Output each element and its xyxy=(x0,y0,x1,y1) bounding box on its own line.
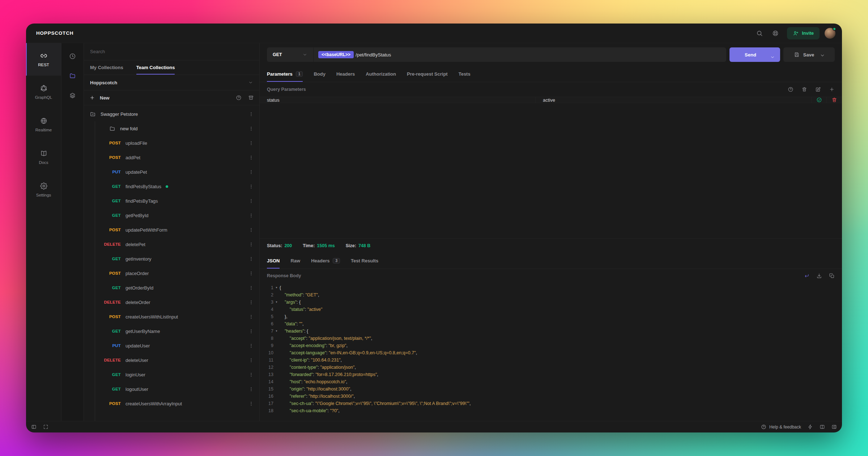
nav-item-settings[interactable]: Settings xyxy=(26,173,61,206)
request-item[interactable]: GETgetPetById xyxy=(84,208,259,223)
save-button[interactable]: Save xyxy=(783,47,835,62)
request-item[interactable]: POSTupdatePetWithForm xyxy=(84,223,259,237)
more-options-button[interactable] xyxy=(248,285,254,291)
request-item[interactable]: GETlogoutUser xyxy=(84,382,259,396)
request-tab-pre-request-script[interactable]: Pre-request Script xyxy=(407,66,448,82)
shortcuts-button[interactable] xyxy=(808,424,813,430)
request-tab-headers[interactable]: Headers xyxy=(336,66,355,82)
response-tab-raw[interactable]: Raw xyxy=(290,253,300,269)
request-item[interactable]: GETfindPetsByStatus xyxy=(84,179,259,194)
gear-icon xyxy=(40,182,47,190)
request-tab-authorization[interactable]: Authorization xyxy=(366,66,396,82)
code-line: 2"method": "GET", xyxy=(265,291,842,299)
search-button[interactable] xyxy=(753,27,766,39)
nav-item-graphql[interactable]: GraphQL xyxy=(26,76,61,108)
avatar[interactable] xyxy=(825,28,835,39)
more-options-button[interactable] xyxy=(248,198,254,204)
more-options-button[interactable] xyxy=(248,300,254,305)
request-item[interactable]: POSTaddPet xyxy=(84,150,259,165)
request-item[interactable]: GETgetOrderById xyxy=(84,280,259,295)
help-feedback-button[interactable]: Help & feedback xyxy=(761,424,801,430)
method-select[interactable]: GET xyxy=(267,47,313,62)
team-selector[interactable]: Hoppscotch xyxy=(84,75,259,90)
more-options-button[interactable] xyxy=(248,343,254,349)
request-item[interactable]: GETloginUser xyxy=(84,367,259,382)
params-help-button[interactable] xyxy=(788,86,793,92)
copy-response-button[interactable] xyxy=(829,273,835,279)
param-value-input[interactable]: active xyxy=(536,97,812,103)
vertical-layout-button[interactable] xyxy=(820,424,825,430)
response-tab-json[interactable]: JSON xyxy=(267,253,280,269)
search-input[interactable] xyxy=(90,49,253,54)
nav-item-docs[interactable]: Docs xyxy=(26,141,61,173)
request-tab-tests[interactable]: Tests xyxy=(459,66,471,82)
more-options-button[interactable] xyxy=(248,401,254,406)
more-options-button[interactable] xyxy=(248,358,254,363)
request-item[interactable]: DELETEdeleteUser xyxy=(84,353,259,367)
collection-subfolder[interactable]: new fold xyxy=(84,121,259,136)
support-button[interactable] xyxy=(769,27,782,39)
more-options-button[interactable] xyxy=(248,256,254,262)
request-item[interactable]: POSTcreateUsersWithArrayInput xyxy=(84,396,259,411)
request-item[interactable]: GETgetUserByName xyxy=(84,324,259,338)
code-line: 11"client-ip": "100.64.0.231", xyxy=(265,356,842,364)
param-key-input[interactable]: status xyxy=(260,97,536,103)
more-options-button[interactable] xyxy=(248,314,254,320)
more-options-button[interactable] xyxy=(248,213,254,218)
app-window: HOPPSCOTCH Invite RESTGraphQLRealtimeDoc… xyxy=(26,24,842,432)
more-options-button[interactable] xyxy=(248,242,254,247)
request-item[interactable]: POSTplaceOrder xyxy=(84,266,259,280)
params-bulk-edit-button[interactable] xyxy=(815,86,821,92)
request-item[interactable]: PUTupdateUser xyxy=(84,338,259,353)
param-delete-button[interactable] xyxy=(827,97,842,103)
request-item[interactable]: POSTcreateUsersWithListInput xyxy=(84,309,259,324)
expand-window-button[interactable] xyxy=(43,424,48,430)
collections-tab-team-collections[interactable]: Team Collections xyxy=(136,60,175,75)
request-item[interactable]: PUTupdatePet xyxy=(84,165,259,179)
request-name: updateUser xyxy=(125,343,150,349)
collections-help-button[interactable] xyxy=(236,95,242,101)
more-options-button[interactable] xyxy=(248,329,254,334)
more-options-button[interactable] xyxy=(248,372,254,377)
params-add-button[interactable] xyxy=(829,86,835,92)
sidebar-tab-environments[interactable] xyxy=(66,86,79,104)
more-options-button[interactable] xyxy=(248,184,254,189)
request-item[interactable]: DELETEdeletePet xyxy=(84,237,259,252)
response-body-code[interactable]: 1▾{2"method": "GET",3▾"args": {4"status"… xyxy=(260,283,842,421)
edit-icon xyxy=(815,86,821,92)
more-options-button[interactable] xyxy=(248,387,254,392)
nav-item-realtime[interactable]: Realtime xyxy=(26,108,61,141)
params-clear-all-button[interactable] xyxy=(801,86,807,92)
import-export-button[interactable] xyxy=(248,95,254,101)
more-options-button[interactable] xyxy=(248,155,254,160)
request-item[interactable]: GETfindPetsByTags xyxy=(84,194,259,208)
new-collection-button[interactable]: New xyxy=(89,95,110,101)
collection-folder[interactable]: Swagger Petstore xyxy=(84,107,259,121)
toggle-sidebar-button[interactable] xyxy=(31,424,37,430)
param-toggle-button[interactable] xyxy=(812,97,827,103)
more-options-button[interactable] xyxy=(248,111,254,117)
wrap-lines-button[interactable] xyxy=(804,273,809,279)
nav-item-label: Settings xyxy=(36,193,51,197)
collapse-right-panel-button[interactable] xyxy=(831,424,837,430)
request-item[interactable]: GETgetInventory xyxy=(84,252,259,266)
invite-button[interactable]: Invite xyxy=(787,27,820,39)
send-button[interactable]: Send xyxy=(729,47,780,62)
sidebar-tab-collections[interactable] xyxy=(66,67,79,84)
download-response-button[interactable] xyxy=(816,273,822,279)
more-options-button[interactable] xyxy=(248,227,254,233)
response-tab-test-results[interactable]: Test Results xyxy=(351,253,378,269)
more-options-button[interactable] xyxy=(248,169,254,175)
request-tab-parameters[interactable]: Parameters1 xyxy=(267,66,303,82)
more-options-button[interactable] xyxy=(248,271,254,276)
request-item[interactable]: POSTuploadFile xyxy=(84,136,259,150)
response-tab-headers[interactable]: Headers3 xyxy=(311,253,340,269)
request-item[interactable]: DELETEdeleteOrder xyxy=(84,295,259,309)
more-options-button[interactable] xyxy=(248,126,254,131)
more-options-button[interactable] xyxy=(248,140,254,146)
url-input[interactable]: <<baseURL>> /pet/findByStatus xyxy=(314,47,726,62)
sidebar-tab-history[interactable] xyxy=(66,47,79,65)
request-tab-body[interactable]: Body xyxy=(314,66,326,82)
nav-item-rest[interactable]: REST xyxy=(26,43,61,76)
collections-tab-my-collections[interactable]: My Collections xyxy=(90,60,123,75)
